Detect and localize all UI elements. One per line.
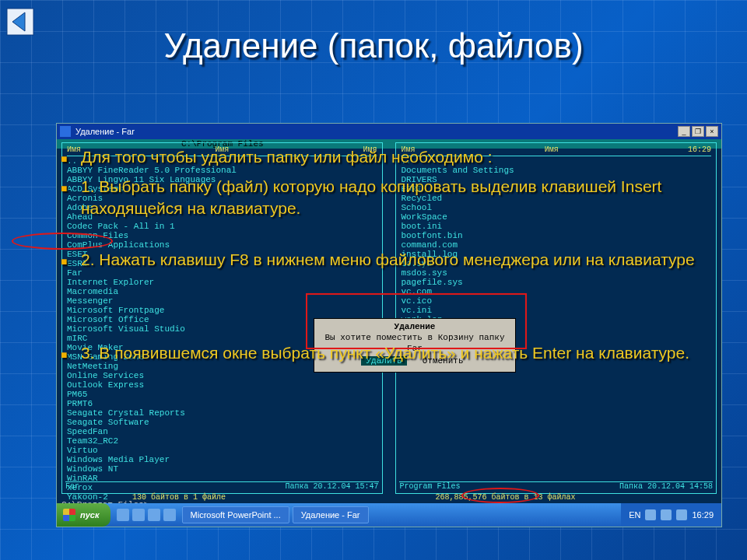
task-powerpoint[interactable]: Microsoft PowerPoint ... xyxy=(182,506,289,523)
start-label: пуск xyxy=(80,510,100,520)
window-title: Удаление - Far xyxy=(75,127,135,136)
tray-icon[interactable] xyxy=(661,509,672,520)
bullet-step-2: 2. Нажать клавишу F8 в нижнем меню файло… xyxy=(58,249,696,271)
ql-icon[interactable] xyxy=(163,509,176,521)
bullet-step-1: 1. Выбрать папку (файл) которую надо коп… xyxy=(58,176,696,219)
tray-icon[interactable] xyxy=(645,509,656,520)
ql-icon[interactable] xyxy=(132,509,145,521)
app-icon xyxy=(60,126,71,137)
far-titlebar: Удаление - Far _ ❐ × xyxy=(57,124,721,139)
minimize-button[interactable]: _ xyxy=(678,126,690,137)
lang-indicator[interactable]: EN xyxy=(629,510,640,520)
taskbar: пуск Microsoft PowerPoint ... Удаление -… xyxy=(57,503,721,527)
tray-icon[interactable] xyxy=(676,509,687,520)
right-size: 268,885,576 байтов в 13 файлах xyxy=(435,493,575,502)
bullet-intro: Для того чтобы удалить папку или файл не… xyxy=(58,146,696,168)
task-far[interactable]: Удаление - Far xyxy=(293,506,369,523)
clock[interactable]: 16:29 xyxy=(692,510,714,520)
right-panel-footer: Program Files Папка 20.12.04 14:58 xyxy=(399,481,713,492)
windows-logo-icon xyxy=(63,509,75,521)
maximize-button[interactable]: ❐ xyxy=(692,126,704,137)
system-tray[interactable]: EN 16:29 xyxy=(621,503,721,527)
instruction-list: Для того чтобы удалить папку или файл не… xyxy=(58,146,696,372)
quick-launch[interactable] xyxy=(117,509,176,521)
close-button[interactable]: × xyxy=(706,126,718,137)
left-panel-footer: Far Папка 20.12.04 15:47 xyxy=(65,481,379,492)
ql-icon[interactable] xyxy=(117,509,129,521)
ql-icon[interactable] xyxy=(148,509,160,521)
bullet-step-3: 3. В появившемся окне выбрать пункт «Уда… xyxy=(58,342,696,364)
start-button[interactable]: пуск xyxy=(57,503,110,527)
slide-title: Удаление (папок, файлов) xyxy=(0,26,747,65)
